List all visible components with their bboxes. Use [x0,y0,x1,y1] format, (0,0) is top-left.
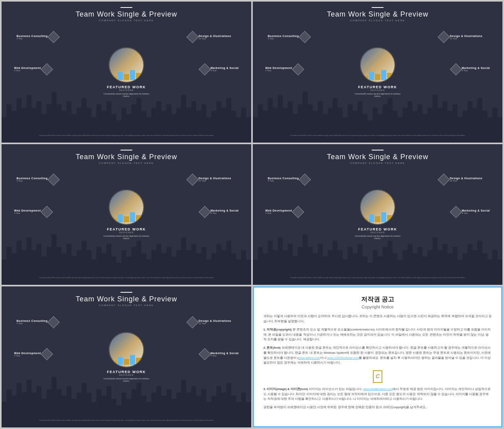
feat-marketing-icon-2 [450,63,462,75]
feat-web-2: Web Development 4 Year [265,65,302,74]
feat-web-name-5: Web Development [14,352,41,355]
bar-3-4 [130,212,135,222]
slide-5: Team Work Single & Preview COMPANY SLOGA… [2,286,251,427]
copyright-body: 귀하는 이렇게 사용하여 이전과 사항이 요약하여 주시면 감사합니다. 귀하는… [263,314,492,413]
feat-design-name-5: Design & Illustrations [198,319,231,322]
feat-design-icon-5 [187,316,199,328]
feat-marketing-years-3: 8 Year [211,212,239,214]
slide-header-5: Team Work Single & Preview COMPANY SLOGA… [2,286,251,308]
feat-business-years-5: 4 Year [17,322,48,325]
slide-content-1: C Business Consulting 4 Year [2,23,251,143]
feat-marketing-years-2: 8 Year [462,69,490,72]
feat-business-name-1: Business Consulting [17,35,48,37]
featured-work-title-5: FEATURED WORK [103,370,150,374]
feat-web-text-3: Web Development 4 Year [14,209,41,214]
bar-2-2 [369,72,374,80]
feat-design-icon-1 [187,31,199,43]
featured-work-2: FEATURED WORK DESIGNER Conveniently rest… [354,85,401,97]
feat-web-1: Web Development 4 Year [14,65,51,74]
featured-work-tagline-2: Conveniently restore top-line alignments… [354,93,401,97]
feat-business-icon-4 [299,173,311,186]
feat-design-2: Design & Illustrations 15 Year [439,33,482,41]
bar-5-2 [118,357,123,365]
bar-3-1 [111,218,117,222]
body-paragraph-5: Uniquely architect B2C products and scal… [26,419,226,422]
circle-bars-4 [363,210,393,222]
center-circle-3: C [109,189,144,225]
section3-heading: 3. 이미지(image) & 아이콘(icon) [263,387,308,391]
circle-logo-5: C [137,335,140,340]
featured-work-3: FEATURED WORK DESIGNER Conveniently rest… [103,227,150,240]
feat-marketing-years-4: 8 Year [462,212,490,214]
bar-1 [111,76,117,80]
feat-design-text-4: Design & Illustrations 15 Year [450,177,482,182]
slide-subtitle-3: COMPANY SLOGAN TEXT HERE [2,162,251,164]
feat-marketing-name-5: Marketing & Social [211,352,239,355]
featured-work-role-1: DESIGNER [103,89,150,91]
feat-marketing-text-3: Marketing & Social 8 Year [211,209,239,214]
slide-content-4: C Business Consulting 4 Year [253,166,502,285]
slide-title-4: Team Work Single & Preview [253,153,502,161]
featured-work-role-4: DESIGNER [354,231,401,234]
bar-2-3 [375,74,380,80]
slide-header-2: Team Work Single & Preview COMPANY SLOGA… [253,2,502,23]
featured-work-1: FEATURED WORK DESIGNER Conveniently rest… [103,85,150,97]
header-line-3 [120,150,132,150]
feat-web-text-1: Web Development 4 Year [14,67,41,72]
feat-business-icon-5 [48,316,60,328]
header-line-5 [120,292,132,293]
body-text-3: Uniquely architect B2C products and scal… [26,277,226,279]
feat-design-name-4: Design & Illustrations [450,177,482,180]
bar-3-5 [136,215,141,222]
featured-work-tagline-5: Conveniently restore top-line alignments… [103,377,150,382]
header-line [120,7,132,8]
feat-marketing-icon-4 [450,206,462,218]
circle-inner-4: C [361,190,395,224]
feat-web-name-3: Web Development [14,209,41,212]
feat-marketing-years-1: 8 Year [211,69,239,72]
featured-work-title-4: FEATURED WORK [354,227,401,231]
body-text-2: Uniquely architect B2C products and scal… [278,134,477,137]
feat-web-icon-3 [41,206,53,218]
bar-5-3 [124,359,129,365]
feat-design-name-2: Design & Illustrations [450,35,482,37]
bar-5-4 [130,355,135,365]
slide-content-3: C Business Consulting 4 Year [2,166,251,285]
circle-chart-5 [111,353,141,365]
featured-work-5: FEATURED WORK DESIGNER Conveniently rest… [103,370,150,382]
slide-title-5: Team Work Single & Preview [2,295,251,303]
feat-web-years-4: 4 Year [265,212,292,214]
body-text-4: Uniquely architect B2C products and scal… [278,277,477,279]
bar-4-3 [375,216,380,222]
slide-2: Team Work Single & Preview COMPANY SLOGA… [253,2,502,143]
center-circle-2: C [360,47,395,83]
feat-web-years-3: 4 Year [14,212,41,214]
circle-bars-1 [111,68,141,80]
copyright-section2: 2. 폰트(font) 프레젠테이션 내 사용된 한글 폰트는 개인적으로 라이… [263,345,492,366]
feat-design-text-1: Design & Illustrations 15 Year [198,35,231,40]
image-link: www.shutterstock.com [363,387,393,391]
bar-4-4 [381,212,387,222]
featured-work-role-2: DESIGNER [354,89,401,91]
featured-work-title-1: FEATURED WORK [103,85,150,89]
copyright-section3: 3. 이미지(image) & 아이콘(icon) 이미지는 라이선스가 있는 … [263,387,492,402]
body-paragraph-2: Uniquely architect B2C products and scal… [278,134,477,137]
copyright-section1: 1. 저작권(copyright) 본 콘텐츠의 요소 및 개별적으로 요소들을… [263,327,492,342]
feat-web-icon-2 [292,63,304,75]
feat-marketing-icon-1 [198,63,211,75]
bar-4-1 [363,218,368,222]
feat-business-5: Business Consulting 4 Year [17,318,58,327]
feat-business-name-3: Business Consulting [17,177,48,180]
feat-design-icon-3 [187,173,199,186]
feat-design-5: Design & Illustrations 15 Year [188,318,231,327]
feat-marketing-years-5: 8 Year [211,355,239,357]
circle-logo-3: C [137,192,140,198]
feat-web-5: Web Development 4 Year [14,350,51,358]
feat-business-years-2: 4 Year [268,37,299,40]
circle-chart-4 [363,210,393,222]
feat-business-text-2: Business Consulting 4 Year [268,35,299,40]
slide-header-4: Team Work Single & Preview COMPANY SLOGA… [253,144,502,166]
feat-design-years-3: 15 Year [198,180,231,182]
body-paragraph-3: Uniquely architect B2C products and scal… [26,277,226,279]
feat-marketing-3: Marketing & Social 8 Year [200,208,239,216]
